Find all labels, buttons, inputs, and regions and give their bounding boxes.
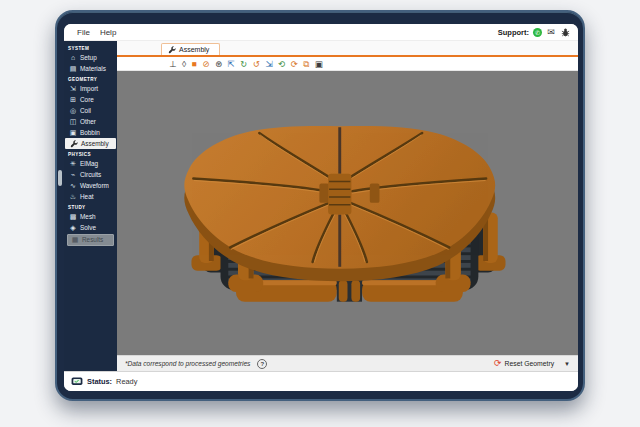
- sidebar-item-label: Setup: [80, 54, 97, 62]
- help-icon[interactable]: ?: [257, 359, 267, 369]
- sidebar-item-label: ElMag: [80, 160, 98, 168]
- sidebar-item-materials[interactable]: ▤Materials: [64, 63, 117, 74]
- sidebar-item-label: Circuits: [80, 171, 101, 179]
- materials-icon: ▤: [69, 65, 77, 73]
- sidebar-item-coil[interactable]: ◎Coil: [64, 105, 117, 116]
- geometry-note: *Data correspond to processed geometries: [125, 360, 250, 367]
- bobbin-icon: ▣: [69, 129, 77, 137]
- hide-geometry-icon[interactable]: ⊘: [202, 59, 209, 69]
- email-icon[interactable]: ✉: [546, 27, 556, 37]
- sidebar-item-circuits[interactable]: ⌁Circuits: [64, 169, 117, 180]
- sidebar-item-setup[interactable]: ⌂Setup: [64, 52, 117, 63]
- sidebar-item-label: Materials: [80, 65, 106, 73]
- reset-geometry-label: Reset Geometry: [505, 360, 554, 367]
- translate-x-icon[interactable]: ⇱: [228, 59, 235, 69]
- support-area: Support: ✆ ✉: [498, 27, 570, 37]
- viewport-toolbar: ⊥ ◊ ■ ⊘ ⊛ ⇱ ↻ ↺ ⇲ ⟲ ⟳ ⧉ ▣: [117, 57, 578, 71]
- elmag-icon: ✳: [69, 160, 77, 168]
- wrench-icon: [70, 140, 78, 148]
- sidebar-item-core[interactable]: ⊞Core: [64, 94, 117, 105]
- mesh-icon: ▩: [69, 213, 77, 221]
- sidebar-section-system: SYSTEM: [64, 43, 117, 52]
- other-icon: ◫: [69, 118, 77, 126]
- tab-assembly[interactable]: Assembly: [161, 43, 220, 55]
- chevron-down-icon[interactable]: ▼: [564, 361, 570, 367]
- reset-refresh-icon: ⟳: [494, 359, 502, 368]
- core-icon: ⊞: [69, 96, 77, 104]
- import-icon: ⇲: [69, 85, 77, 93]
- sidebar-item-label: Solve: [80, 224, 96, 232]
- sidebar-item-label: Import: [80, 85, 98, 93]
- axes-icon[interactable]: ⊥: [169, 59, 176, 69]
- bug-report-icon[interactable]: [560, 27, 570, 37]
- 3d-viewport[interactable]: [117, 71, 578, 355]
- screenshot-icon[interactable]: ▣: [315, 59, 323, 69]
- sidebar-section-geometry: GEOMETRY: [64, 74, 117, 83]
- info-bar: *Data correspond to processed geometries…: [117, 355, 578, 371]
- home-icon: ⌂: [69, 54, 77, 62]
- sidebar-item-label: Mesh: [80, 213, 96, 221]
- sidebar-item-label: Assembly: [81, 140, 109, 148]
- menu-help[interactable]: Help: [95, 28, 121, 37]
- menu-bar: File Help Support: ✆ ✉: [64, 24, 578, 41]
- fit-view-icon[interactable]: ⧉: [303, 59, 309, 69]
- droplet-icon[interactable]: ◊: [182, 59, 186, 69]
- sidebar-item-label: Coil: [80, 107, 91, 115]
- wrench-icon: [168, 46, 176, 54]
- waveform-icon: ∿: [69, 182, 77, 190]
- sidebar-item-results: ▦Results: [67, 234, 114, 246]
- sidebar-item-import[interactable]: ⇲Import: [64, 83, 117, 94]
- status-value: Ready: [116, 377, 137, 386]
- rotate-x-icon[interactable]: ↻: [240, 59, 247, 69]
- rotate-z-icon[interactable]: ⟲: [278, 59, 285, 69]
- rotate-free-icon[interactable]: ⟳: [291, 59, 298, 69]
- coil-icon: ◎: [69, 107, 77, 115]
- reset-geometry-button[interactable]: ⟳ Reset Geometry: [494, 359, 554, 368]
- window-content: File Help Support: ✆ ✉ SYSTEM ⌂Setup ▤Ma…: [64, 24, 578, 391]
- sidebar-item-solve[interactable]: ◈Solve: [64, 222, 117, 233]
- heat-icon: ♨: [69, 193, 77, 201]
- color-swatch-icon[interactable]: ■: [192, 59, 197, 69]
- sidebar-item-waveform[interactable]: ∿Waveform: [64, 180, 117, 191]
- sidebar-item-mesh[interactable]: ▩Mesh: [64, 211, 117, 222]
- status-label: Status:: [87, 377, 112, 386]
- sidebar-item-label: Other: [80, 118, 96, 126]
- tab-label: Assembly: [179, 46, 209, 53]
- view-orientation-icon[interactable]: ⊛: [215, 59, 222, 69]
- status-icon: [71, 377, 83, 387]
- sidebar-item-bobbin[interactable]: ▣Bobbin: [64, 127, 117, 138]
- rotate-y-icon[interactable]: ↺: [253, 59, 260, 69]
- solve-icon: ◈: [69, 224, 77, 232]
- whatsapp-icon[interactable]: ✆: [533, 28, 542, 37]
- tab-bar: Assembly: [117, 41, 578, 57]
- translate-y-icon[interactable]: ⇲: [265, 59, 272, 69]
- sidebar-item-elmag[interactable]: ✳ElMag: [64, 158, 117, 169]
- sidebar-section-physics: PHYSICS: [64, 149, 117, 158]
- support-label: Support:: [498, 28, 529, 37]
- results-icon: ▦: [71, 236, 79, 244]
- sidebar-item-label: Heat: [80, 193, 94, 201]
- status-bar: Status: Ready: [64, 371, 578, 391]
- 3d-model[interactable]: [117, 71, 578, 355]
- sidebar-collapse-handle[interactable]: [58, 170, 62, 186]
- sidebar-item-label: Results: [82, 236, 103, 244]
- sidebar-item-assembly[interactable]: Assembly: [65, 138, 116, 149]
- app-window: File Help Support: ✆ ✉ SYSTEM ⌂Setup ▤Ma…: [55, 10, 585, 401]
- menu-file[interactable]: File: [72, 28, 95, 37]
- sidebar-section-study: STUDY: [64, 202, 117, 211]
- sidebar: SYSTEM ⌂Setup ▤Materials GEOMETRY ⇲Impor…: [64, 41, 117, 371]
- sidebar-item-other[interactable]: ◫Other: [64, 116, 117, 127]
- sidebar-item-label: Core: [80, 96, 94, 104]
- sidebar-item-label: Waveform: [80, 182, 109, 190]
- sidebar-item-heat[interactable]: ♨Heat: [64, 191, 117, 202]
- sidebar-item-label: Bobbin: [80, 129, 100, 137]
- circuits-icon: ⌁: [69, 171, 77, 179]
